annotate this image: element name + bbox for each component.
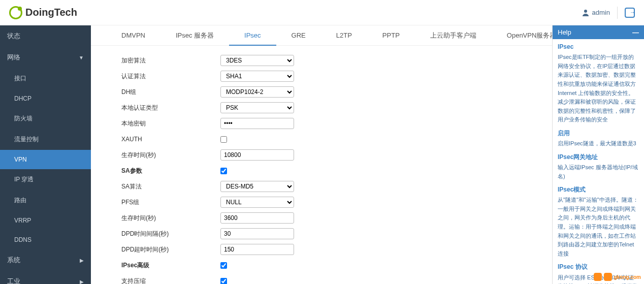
- form-row: SA算法DES-MD5: [121, 180, 532, 193]
- field-input[interactable]: [220, 168, 227, 174]
- field-label: SA参数: [121, 167, 220, 175]
- field-label: DPD时间间隔(秒): [121, 230, 220, 238]
- tab[interactable]: PPTP: [367, 25, 415, 46]
- sidebar-item[interactable]: 流量控制: [0, 129, 91, 150]
- divider: [617, 7, 618, 19]
- sidebar-item[interactable]: DHCP: [0, 89, 91, 108]
- form-row: XAUTH: [121, 133, 532, 145]
- form-row: 支持压缩: [121, 275, 532, 284]
- help-section-text: 输入远端IPsec 服务器地址(IP/域名): [558, 163, 639, 181]
- field-input[interactable]: DES-MD5: [220, 181, 294, 192]
- form-row: 加密算法3DES: [121, 54, 532, 67]
- app-header: DoingTech admin: [0, 0, 644, 25]
- form-row: 生存时间(秒): [121, 212, 532, 224]
- field-input[interactable]: [220, 212, 294, 224]
- field-input[interactable]: [220, 278, 227, 285]
- sidebar-item[interactable]: VPN: [0, 150, 91, 169]
- form-row: IPsec高级: [121, 259, 532, 271]
- help-section-title: 启用: [558, 129, 639, 138]
- tab[interactable]: L2TP: [321, 25, 367, 46]
- watermark-text: gkong.com: [614, 274, 641, 280]
- field-input[interactable]: MODP1024-2: [220, 86, 294, 98]
- field-label: 支持压缩: [121, 277, 220, 285]
- field-input[interactable]: PSK: [220, 102, 294, 113]
- help-section: IPsec模式从"隧道"和"运输"中选择。隧道：一般用于网关之间或终端到网关之间…: [558, 185, 639, 258]
- watermark-icon: [594, 273, 602, 281]
- help-section-text: 从"隧道"和"运输"中选择。隧道：一般用于网关之间或终端到网关之间，网关作为身后…: [558, 196, 639, 258]
- field-input[interactable]: NULL: [220, 197, 294, 208]
- field-label: SA算法: [121, 182, 220, 191]
- sidebar-item[interactable]: 防火墙: [0, 108, 91, 129]
- help-section: 启用启用IPsec隧道，最大隧道数是3: [558, 129, 639, 148]
- form-row: 认证算法SHA1: [121, 70, 532, 82]
- sidebar-item[interactable]: DDNS: [0, 230, 91, 249]
- tab[interactable]: 上云助手客户端: [415, 25, 492, 46]
- watermark-icon: [604, 273, 612, 281]
- field-input[interactable]: [220, 149, 294, 161]
- sidebar-category[interactable]: 网络▼: [0, 47, 91, 68]
- field-label: 生存时间(秒): [121, 214, 220, 223]
- tab[interactable]: IPsec: [229, 25, 276, 46]
- logout-button[interactable]: [625, 8, 635, 18]
- field-input[interactable]: [220, 262, 227, 269]
- sidebar-item[interactable]: 路由: [0, 190, 91, 211]
- header-right: admin: [582, 7, 635, 19]
- help-section-text: IPsec是IETF制定的一组开放的网络安全协议，在IP层通过数据来源认证、数据…: [558, 53, 639, 124]
- form-row: SA参数: [121, 165, 532, 177]
- sidebar-item[interactable]: VRRP: [0, 211, 91, 230]
- tab[interactable]: IPsec 服务器: [160, 25, 229, 46]
- field-label: 本地认证类型: [121, 104, 220, 112]
- form-row: 本地认证类型PSK: [121, 102, 532, 114]
- field-input[interactable]: [220, 244, 294, 255]
- help-collapse-icon[interactable]: —: [632, 28, 639, 36]
- username: admin: [592, 9, 610, 16]
- sidebar-item[interactable]: 接口: [0, 68, 91, 89]
- field-input[interactable]: [220, 118, 294, 129]
- svg-point-0: [584, 10, 587, 13]
- field-label: 加密算法: [121, 56, 220, 65]
- help-panel: Help — IPsecIPsec是IETF制定的一组开放的网络安全协议，在IP…: [552, 25, 644, 284]
- field-label: XAUTH: [121, 136, 220, 143]
- brand-logo: DoingTech: [9, 6, 77, 19]
- brand-name: DoingTech: [25, 7, 77, 18]
- form-row: DPD时间间隔(秒): [121, 228, 532, 240]
- form-row: 本地密钥: [121, 117, 532, 130]
- sidebar-category[interactable]: 系统▶: [0, 249, 91, 271]
- logo-icon: [9, 6, 22, 19]
- tabs: DMVPNIPsec 服务器IPsecGREL2TPPPTP上云助手客户端Ope…: [91, 25, 552, 46]
- field-label: IPsec高级: [121, 261, 220, 270]
- help-header: Help —: [553, 25, 644, 39]
- field-input[interactable]: SHA1: [220, 71, 294, 82]
- form-row: 生存时间(秒): [121, 149, 532, 161]
- sidebar-item[interactable]: IP 穿透: [0, 169, 91, 190]
- user-menu[interactable]: admin: [582, 9, 610, 17]
- help-section: IPsec网关地址输入远端IPsec 服务器地址(IP/域名): [558, 152, 639, 181]
- form-row: DPD超时时间(秒): [121, 243, 532, 256]
- help-body: IPsecIPsec是IETF制定的一组开放的网络安全协议，在IP层通过数据来源…: [553, 39, 644, 284]
- field-input[interactable]: [220, 136, 227, 143]
- form-row: DH组MODP1024-2: [121, 86, 532, 98]
- field-input[interactable]: [220, 228, 294, 239]
- form-area: 加密算法3DES认证算法SHA1DH组MODP1024-2本地认证类型PSK本地…: [91, 46, 552, 284]
- tab[interactable]: DMVPN: [106, 25, 160, 46]
- help-section-text: 启用IPsec隧道，最大隧道数是3: [558, 139, 639, 148]
- watermark: gkong.com: [594, 273, 641, 281]
- user-icon: [582, 9, 590, 17]
- help-section-title: IPsec 协议: [558, 262, 639, 272]
- field-label: 本地密钥: [121, 119, 220, 128]
- sidebar-category[interactable]: 工业▶: [0, 271, 91, 284]
- field-input[interactable]: 3DES: [220, 55, 294, 66]
- form-row: PFS组NULL: [121, 196, 532, 208]
- field-label: PFS组: [121, 198, 220, 207]
- help-title: Help: [558, 28, 571, 36]
- help-section-title: IPsec: [558, 42, 639, 52]
- tab[interactable]: OpenVPN服务器: [492, 25, 552, 46]
- field-label: DPD超时时间(秒): [121, 245, 220, 254]
- sidebar-category[interactable]: 状态: [0, 25, 91, 47]
- help-section-title: IPsec模式: [558, 185, 639, 195]
- help-section: IPsecIPsec是IETF制定的一组开放的网络安全协议，在IP层通过数据来源…: [558, 42, 639, 124]
- field-label: 生存时间(秒): [121, 151, 220, 160]
- field-label: DH组: [121, 88, 220, 97]
- tab[interactable]: GRE: [276, 25, 321, 46]
- help-section-title: IPsec网关地址: [558, 152, 639, 162]
